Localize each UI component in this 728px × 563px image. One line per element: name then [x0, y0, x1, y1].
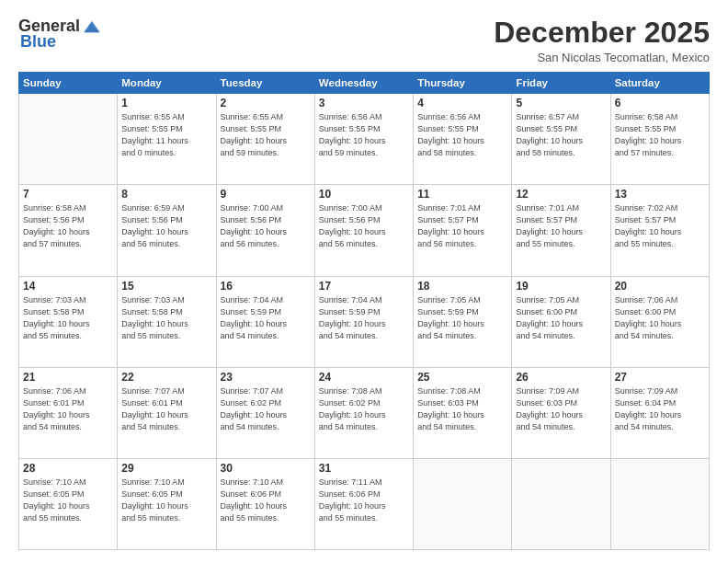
location-title: San Nicolas Tecomatlan, Mexico — [494, 51, 710, 64]
day-number: 29 — [121, 462, 211, 475]
calendar-cell: 2Sunrise: 6:55 AM Sunset: 5:55 PM Daylig… — [216, 94, 314, 185]
week-row-1: 7Sunrise: 6:58 AM Sunset: 5:56 PM Daylig… — [19, 185, 710, 276]
day-info: Sunrise: 6:58 AM Sunset: 5:56 PM Dayligh… — [23, 202, 113, 250]
day-info: Sunrise: 7:10 AM Sunset: 6:05 PM Dayligh… — [23, 477, 113, 524]
day-info: Sunrise: 7:10 AM Sunset: 6:06 PM Dayligh… — [221, 477, 311, 524]
week-row-3: 21Sunrise: 7:06 AM Sunset: 6:01 PM Dayli… — [19, 367, 710, 458]
header-row: SundayMondayTuesdayWednesdayThursdayFrid… — [19, 73, 710, 94]
week-row-2: 14Sunrise: 7:03 AM Sunset: 5:58 PM Dayli… — [19, 276, 710, 367]
calendar-cell: 25Sunrise: 7:08 AM Sunset: 6:03 PM Dayli… — [414, 367, 512, 458]
day-number: 1 — [121, 97, 211, 109]
logo-blue-text: Blue — [20, 32, 56, 52]
day-info: Sunrise: 7:11 AM Sunset: 6:06 PM Dayligh… — [319, 477, 409, 524]
calendar-cell: 5Sunrise: 6:57 AM Sunset: 5:55 PM Daylig… — [512, 94, 610, 185]
calendar-cell: 16Sunrise: 7:04 AM Sunset: 5:59 PM Dayli… — [216, 276, 314, 367]
day-number: 12 — [516, 188, 606, 201]
day-info: Sunrise: 7:00 AM Sunset: 5:56 PM Dayligh… — [221, 202, 311, 250]
day-number: 8 — [121, 188, 211, 201]
day-number: 6 — [615, 97, 705, 109]
day-header-saturday: Saturday — [610, 73, 709, 94]
day-number: 3 — [319, 97, 409, 109]
day-info: Sunrise: 7:04 AM Sunset: 5:59 PM Dayligh… — [221, 294, 311, 342]
day-info: Sunrise: 7:10 AM Sunset: 6:05 PM Dayligh… — [121, 477, 211, 524]
day-number: 23 — [221, 371, 311, 384]
day-number: 5 — [516, 97, 606, 109]
calendar-cell: 23Sunrise: 7:07 AM Sunset: 6:02 PM Dayli… — [216, 367, 314, 458]
week-row-0: 1Sunrise: 6:55 AM Sunset: 5:55 PM Daylig… — [19, 94, 710, 185]
calendar-cell: 28Sunrise: 7:10 AM Sunset: 6:05 PM Dayli… — [19, 458, 118, 549]
day-number: 25 — [417, 371, 507, 384]
day-info: Sunrise: 6:59 AM Sunset: 5:56 PM Dayligh… — [121, 202, 211, 250]
day-number: 26 — [516, 371, 606, 384]
calendar-cell: 7Sunrise: 6:58 AM Sunset: 5:56 PM Daylig… — [19, 185, 118, 276]
day-number: 11 — [417, 188, 507, 201]
calendar-cell: 3Sunrise: 6:56 AM Sunset: 5:55 PM Daylig… — [314, 94, 413, 185]
day-info: Sunrise: 7:01 AM Sunset: 5:57 PM Dayligh… — [417, 202, 507, 250]
logo: General Blue — [18, 17, 100, 52]
calendar-cell: 18Sunrise: 7:05 AM Sunset: 5:59 PM Dayli… — [414, 276, 512, 367]
day-info: Sunrise: 7:02 AM Sunset: 5:57 PM Dayligh… — [615, 202, 705, 250]
logo-icon — [82, 19, 100, 34]
calendar-cell: 9Sunrise: 7:00 AM Sunset: 5:56 PM Daylig… — [216, 185, 314, 276]
day-number: 31 — [319, 462, 409, 475]
day-header-tuesday: Tuesday — [216, 73, 314, 94]
day-header-sunday: Sunday — [19, 73, 118, 94]
day-info: Sunrise: 7:08 AM Sunset: 6:02 PM Dayligh… — [319, 385, 409, 433]
day-number: 28 — [23, 462, 113, 475]
calendar-cell: 30Sunrise: 7:10 AM Sunset: 6:06 PM Dayli… — [216, 458, 314, 549]
day-number: 17 — [319, 280, 409, 293]
week-row-4: 28Sunrise: 7:10 AM Sunset: 6:05 PM Dayli… — [19, 458, 710, 549]
calendar-cell — [610, 458, 709, 549]
day-info: Sunrise: 7:08 AM Sunset: 6:03 PM Dayligh… — [417, 385, 507, 433]
day-header-wednesday: Wednesday — [314, 73, 413, 94]
page: General Blue December 2025 San Nicolas T… — [0, 0, 728, 563]
day-header-thursday: Thursday — [414, 73, 512, 94]
day-info: Sunrise: 7:06 AM Sunset: 6:01 PM Dayligh… — [23, 385, 113, 433]
day-number: 22 — [121, 371, 211, 384]
day-info: Sunrise: 6:55 AM Sunset: 5:55 PM Dayligh… — [121, 111, 211, 159]
calendar-cell: 15Sunrise: 7:03 AM Sunset: 5:58 PM Dayli… — [118, 276, 216, 367]
day-number: 7 — [23, 188, 113, 201]
day-number: 4 — [417, 97, 507, 109]
day-number: 10 — [319, 188, 409, 201]
calendar-cell: 31Sunrise: 7:11 AM Sunset: 6:06 PM Dayli… — [314, 458, 413, 549]
day-info: Sunrise: 7:00 AM Sunset: 5:56 PM Dayligh… — [319, 202, 409, 250]
day-number: 30 — [221, 462, 311, 475]
calendar-cell: 20Sunrise: 7:06 AM Sunset: 6:00 PM Dayli… — [610, 276, 709, 367]
day-info: Sunrise: 7:05 AM Sunset: 6:00 PM Dayligh… — [516, 294, 606, 342]
day-number: 15 — [121, 280, 211, 293]
day-info: Sunrise: 7:09 AM Sunset: 6:03 PM Dayligh… — [516, 385, 606, 433]
day-number: 2 — [221, 97, 311, 109]
day-info: Sunrise: 7:07 AM Sunset: 6:01 PM Dayligh… — [121, 385, 211, 433]
calendar-cell — [19, 94, 118, 185]
day-number: 24 — [319, 371, 409, 384]
calendar-cell: 29Sunrise: 7:10 AM Sunset: 6:05 PM Dayli… — [118, 458, 216, 549]
calendar-cell: 24Sunrise: 7:08 AM Sunset: 6:02 PM Dayli… — [314, 367, 413, 458]
calendar-cell: 6Sunrise: 6:58 AM Sunset: 5:55 PM Daylig… — [610, 94, 709, 185]
calendar-cell: 26Sunrise: 7:09 AM Sunset: 6:03 PM Dayli… — [512, 367, 610, 458]
calendar-cell: 19Sunrise: 7:05 AM Sunset: 6:00 PM Dayli… — [512, 276, 610, 367]
day-number: 19 — [516, 280, 606, 293]
day-number: 13 — [615, 188, 705, 201]
day-info: Sunrise: 6:56 AM Sunset: 5:55 PM Dayligh… — [319, 111, 409, 159]
day-info: Sunrise: 6:58 AM Sunset: 5:55 PM Dayligh… — [615, 111, 705, 159]
header: General Blue December 2025 San Nicolas T… — [18, 17, 710, 64]
day-info: Sunrise: 7:01 AM Sunset: 5:57 PM Dayligh… — [516, 202, 606, 250]
day-info: Sunrise: 6:56 AM Sunset: 5:55 PM Dayligh… — [417, 111, 507, 159]
calendar-cell: 22Sunrise: 7:07 AM Sunset: 6:01 PM Dayli… — [118, 367, 216, 458]
day-info: Sunrise: 7:03 AM Sunset: 5:58 PM Dayligh… — [23, 294, 113, 342]
day-info: Sunrise: 7:07 AM Sunset: 6:02 PM Dayligh… — [221, 385, 311, 433]
day-info: Sunrise: 6:57 AM Sunset: 5:55 PM Dayligh… — [516, 111, 606, 159]
calendar-table: SundayMondayTuesdayWednesdayThursdayFrid… — [18, 72, 710, 550]
calendar-cell: 10Sunrise: 7:00 AM Sunset: 5:56 PM Dayli… — [314, 185, 413, 276]
day-number: 20 — [615, 280, 705, 293]
day-info: Sunrise: 7:05 AM Sunset: 5:59 PM Dayligh… — [417, 294, 507, 342]
calendar-cell — [512, 458, 610, 549]
day-info: Sunrise: 7:09 AM Sunset: 6:04 PM Dayligh… — [615, 385, 705, 433]
day-number: 14 — [23, 280, 113, 293]
day-info: Sunrise: 7:03 AM Sunset: 5:58 PM Dayligh… — [121, 294, 211, 342]
calendar-cell: 14Sunrise: 7:03 AM Sunset: 5:58 PM Dayli… — [19, 276, 118, 367]
day-info: Sunrise: 7:04 AM Sunset: 5:59 PM Dayligh… — [319, 294, 409, 342]
calendar-cell: 8Sunrise: 6:59 AM Sunset: 5:56 PM Daylig… — [118, 185, 216, 276]
calendar-cell: 1Sunrise: 6:55 AM Sunset: 5:55 PM Daylig… — [118, 94, 216, 185]
